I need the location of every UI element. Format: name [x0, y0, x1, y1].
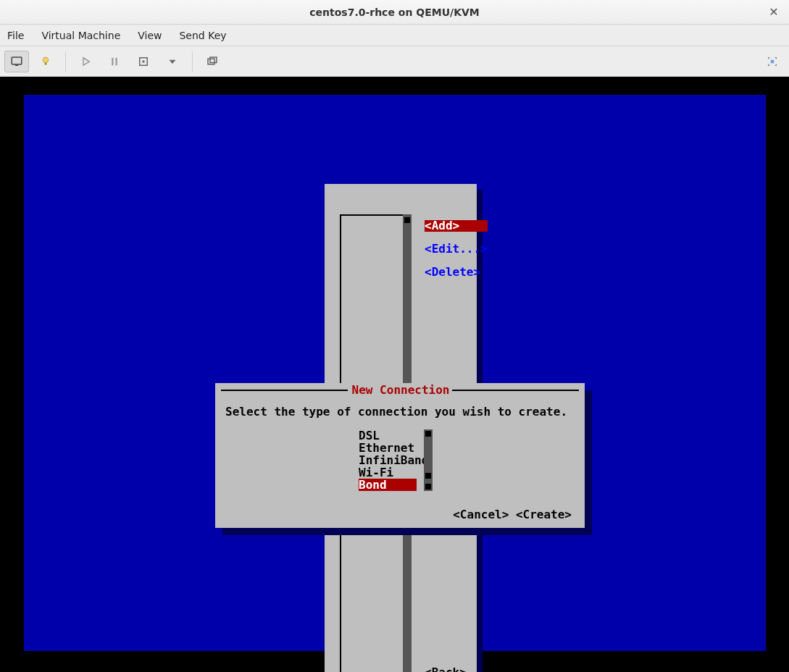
svg-rect-6: [116, 57, 117, 65]
cancel-button[interactable]: <Cancel>: [453, 508, 509, 521]
stop-dropdown[interactable]: [160, 51, 185, 72]
svg-rect-3: [45, 62, 47, 64]
lightbulb-icon: [39, 55, 52, 68]
monitor-icon: [10, 55, 23, 68]
menu-send-key[interactable]: Send Key: [176, 28, 229, 43]
dialog-prompt: Select the type of connection you wish t…: [225, 406, 567, 418]
menu-file[interactable]: File: [4, 28, 27, 43]
pause-icon: [108, 55, 121, 68]
play-button[interactable]: [73, 51, 98, 72]
svg-rect-0: [12, 57, 22, 64]
svg-rect-5: [112, 57, 113, 65]
edit-button[interactable]: <Edit...>: [425, 243, 488, 255]
svg-marker-4: [83, 57, 89, 65]
dialog-title: New Connection: [348, 385, 453, 396]
svg-marker-15: [768, 64, 770, 66]
svg-marker-13: [768, 57, 770, 59]
chevron-down-icon: [166, 55, 179, 68]
svg-rect-8: [143, 60, 145, 62]
new-connection-dialog: New Connection Select the type of connec…: [215, 383, 585, 528]
type-option-wifi[interactable]: Wi-Fi: [359, 466, 417, 479]
svg-rect-12: [771, 59, 775, 63]
play-icon: [79, 55, 92, 68]
lightbulb-button[interactable]: [33, 51, 58, 72]
titlebar: centos7.0-rhce on QEMU/KVM ✕: [0, 0, 789, 25]
type-option-infiniband[interactable]: InfiniBand: [359, 454, 417, 466]
type-option-bond[interactable]: Bond: [359, 479, 417, 491]
snapshots-button[interactable]: [200, 51, 225, 72]
pause-button[interactable]: [102, 51, 127, 72]
menubar: File Virtual Machine View Send Key: [0, 25, 789, 46]
svg-rect-1: [15, 64, 19, 66]
add-button[interactable]: <Add>: [425, 220, 488, 232]
svg-marker-16: [775, 64, 777, 66]
svg-point-2: [43, 57, 49, 63]
svg-rect-10: [208, 59, 214, 64]
svg-marker-9: [170, 59, 176, 63]
toolbar: [0, 46, 789, 77]
create-button[interactable]: <Create>: [516, 508, 572, 521]
window-title: centos7.0-rhce on QEMU/KVM: [309, 7, 480, 18]
back-button[interactable]: <Back>: [425, 667, 467, 672]
stop-button[interactable]: [131, 51, 156, 72]
vm-screen[interactable]: <Add> <Edit...> <Delete> <Back> New Conn…: [0, 77, 789, 672]
menu-virtual-machine[interactable]: Virtual Machine: [38, 28, 123, 43]
scrollbar-thumb[interactable]: [425, 473, 431, 479]
type-scrollbar[interactable]: [424, 429, 433, 491]
snapshots-icon: [206, 55, 219, 68]
stop-icon: [137, 55, 150, 68]
menu-view[interactable]: View: [135, 28, 164, 43]
svg-rect-11: [210, 57, 217, 63]
close-icon[interactable]: ✕: [767, 6, 780, 19]
type-option-ethernet[interactable]: Ethernet: [359, 442, 417, 454]
type-option-dsl[interactable]: DSL: [359, 429, 417, 442]
svg-marker-14: [775, 57, 777, 59]
fullscreen-icon: [766, 55, 779, 68]
delete-button[interactable]: <Delete>: [425, 266, 488, 278]
console-button[interactable]: [4, 51, 29, 72]
fullscreen-button[interactable]: [760, 51, 785, 72]
connection-type-list[interactable]: DSL Ethernet InfiniBand Wi-Fi Bond: [359, 429, 417, 491]
